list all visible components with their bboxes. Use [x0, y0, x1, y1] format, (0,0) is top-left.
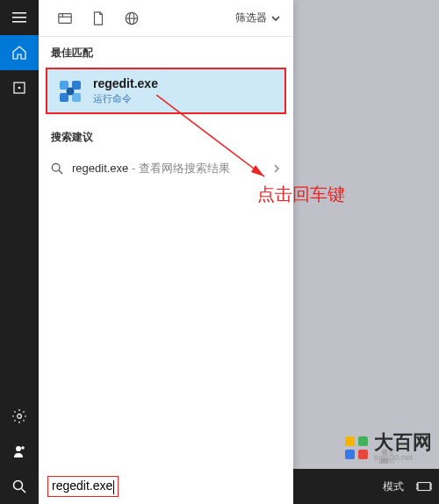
svg-point-22	[67, 87, 75, 95]
filter-label: 筛选器	[235, 11, 267, 25]
filter-dropdown[interactable]: 筛选器	[235, 11, 281, 25]
svg-rect-21	[72, 93, 81, 102]
svg-rect-12	[59, 13, 71, 23]
watermark-sub: big100.net	[374, 453, 432, 462]
svg-rect-37	[358, 450, 368, 459]
menu-hamburger[interactable]	[0, 0, 39, 35]
svg-rect-36	[345, 450, 355, 459]
best-match-result[interactable]: regedit.exe 运行命令	[46, 68, 286, 114]
chevron-down-icon	[270, 13, 281, 24]
search-input[interactable]: regedit.exe	[39, 469, 293, 504]
tabs-bar: 筛选器	[39, 0, 293, 37]
suggestion-text: regedit.exe - 查看网络搜索结果	[72, 161, 272, 176]
watermark-logo	[344, 436, 369, 460]
best-match-subtitle: 运行命令	[93, 92, 158, 105]
taskbar-mode-label[interactable]: 模式	[383, 479, 404, 494]
section-suggestions-header: 搜索建议	[39, 121, 293, 152]
svg-rect-35	[358, 436, 368, 446]
svg-line-24	[59, 170, 62, 174]
tab-documents-icon[interactable]	[84, 4, 112, 32]
search-icon	[51, 162, 63, 175]
search-value: regedit.exe	[52, 479, 112, 493]
sidebar-recent[interactable]	[0, 70, 39, 105]
search-button-icon[interactable]	[0, 469, 39, 504]
svg-rect-30	[416, 484, 418, 488]
svg-rect-19	[72, 81, 81, 90]
taskview-icon[interactable]	[416, 479, 432, 494]
svg-point-5	[18, 414, 22, 419]
search-panel: 筛选器 最佳匹配 regedit.exe 运行命令 搜索建议 regedit.e…	[39, 0, 293, 504]
nav-sidebar	[0, 0, 39, 504]
text-caret	[113, 480, 114, 494]
svg-point-6	[16, 446, 21, 451]
svg-rect-31	[430, 484, 432, 488]
watermark: 大百网 big100.net	[344, 433, 432, 462]
svg-point-27	[14, 481, 23, 490]
section-best-match-header: 最佳匹配	[39, 37, 293, 68]
svg-rect-2	[12, 21, 26, 23]
chevron-right-icon	[272, 164, 281, 173]
watermark-main: 大百网	[374, 433, 432, 452]
svg-point-4	[18, 87, 21, 90]
suggestion-item[interactable]: regedit.exe - 查看网络搜索结果	[39, 152, 293, 185]
search-row: regedit.exe	[0, 469, 439, 504]
tab-all-icon[interactable]	[51, 4, 79, 32]
svg-line-28	[22, 489, 26, 493]
svg-rect-29	[418, 483, 430, 491]
svg-rect-20	[60, 93, 68, 102]
taskbar-right: 模式	[376, 469, 439, 504]
svg-rect-0	[12, 12, 26, 14]
svg-rect-18	[60, 81, 68, 90]
svg-rect-34	[345, 436, 355, 446]
sidebar-user[interactable]	[0, 434, 39, 469]
annotation-text: 点击回车键	[257, 183, 345, 206]
svg-point-7	[21, 446, 25, 450]
regedit-icon	[56, 77, 84, 105]
svg-rect-1	[12, 17, 26, 18]
best-match-title: regedit.exe	[93, 76, 158, 90]
sidebar-home[interactable]	[0, 35, 39, 70]
sidebar-settings[interactable]	[0, 399, 39, 434]
tab-web-icon[interactable]	[118, 4, 146, 32]
svg-point-23	[52, 163, 60, 171]
